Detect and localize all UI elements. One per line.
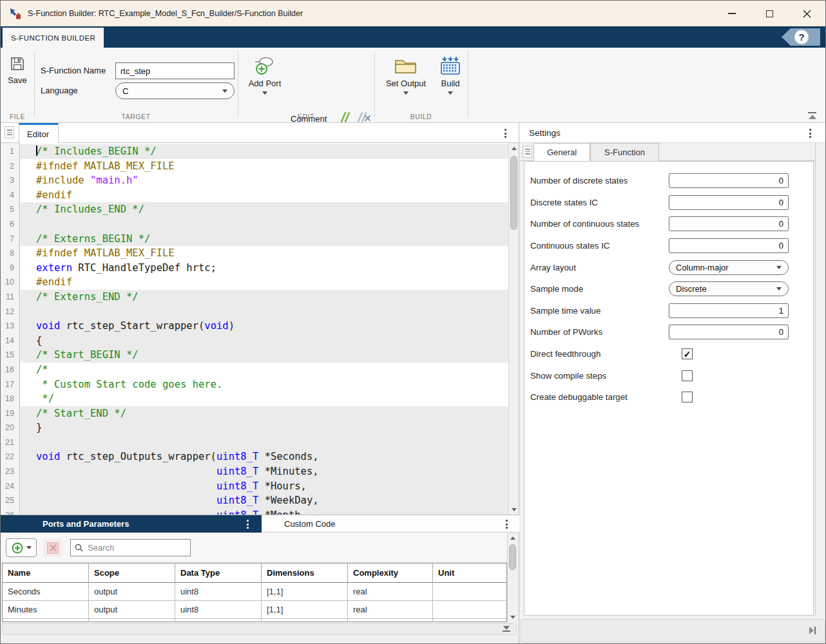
collapse-panel-button[interactable] xyxy=(503,626,510,632)
table-cell[interactable] xyxy=(433,583,507,601)
code-line-10[interactable]: #endif xyxy=(21,275,508,290)
close-button[interactable] xyxy=(788,1,825,26)
code-line-21[interactable] xyxy=(21,435,508,450)
table-cell[interactable]: real xyxy=(348,583,433,601)
table-cell[interactable]: real xyxy=(348,619,433,622)
code-line-26[interactable]: uint8_T *Month, xyxy=(21,508,508,515)
number-of-pworks-input[interactable] xyxy=(669,325,789,339)
code-line-13[interactable]: void rtc_step_Start_wrapper(void) xyxy=(21,319,508,334)
delete-row-button[interactable] xyxy=(43,538,62,557)
table-cell[interactable] xyxy=(433,619,507,622)
show-compile-steps-checkbox[interactable] xyxy=(682,370,693,381)
scroll-down-button[interactable] xyxy=(508,612,518,622)
save-button[interactable]: Save xyxy=(3,55,32,85)
column-header-name[interactable]: Name xyxy=(3,564,89,583)
scroll-down-button[interactable] xyxy=(509,504,519,515)
editor-scrollbar-thumb[interactable] xyxy=(510,156,517,230)
tab-custom-code[interactable]: Custom Code xyxy=(262,515,519,533)
tab-editor[interactable]: Editor xyxy=(19,123,59,143)
tab-sfunction-builder[interactable]: S-FUNCTION BUILDER xyxy=(3,28,104,48)
code-line-8[interactable]: #ifndef MATLAB_MEX_FILE xyxy=(21,246,508,261)
code-line-12[interactable] xyxy=(21,305,508,319)
code-line-17[interactable]: * Custom Start code goes here. xyxy=(21,377,508,392)
table-cell[interactable]: [1,1] xyxy=(262,619,348,622)
table-cell[interactable]: output xyxy=(89,619,175,622)
code-line-19[interactable]: /* Start_END */ xyxy=(21,406,508,421)
ports-menu-kebab-icon[interactable] xyxy=(244,520,251,529)
code-line-1[interactable]: /* Includes_BEGIN */ xyxy=(21,144,508,159)
scroll-up-button[interactable] xyxy=(509,143,519,153)
sample-mode-dropdown[interactable]: Discrete xyxy=(669,281,789,296)
code-line-15[interactable]: /* Start_BEGIN */ xyxy=(21,348,508,363)
direct-feedthrough-checkbox[interactable]: ✓ xyxy=(682,348,693,359)
discrete-states-ic-input[interactable] xyxy=(669,195,789,210)
table-row-minutes[interactable]: Minutesoutputuint8[1,1]real xyxy=(3,601,506,619)
search-input[interactable] xyxy=(86,542,186,553)
code-line-23[interactable]: uint8_T *Minutes, xyxy=(21,464,508,479)
expand-panel-button[interactable] xyxy=(809,627,816,634)
column-header-complexity[interactable]: Complexity xyxy=(348,564,433,583)
collapse-toolstrip-button[interactable] xyxy=(808,112,816,119)
editor-code[interactable]: /* Includes_BEGIN */#ifndef MATLAB_MEX_F… xyxy=(21,143,508,515)
help-button[interactable]: ? xyxy=(782,28,820,46)
code-line-7[interactable]: /* Externs_BEGIN */ xyxy=(21,232,508,247)
table-cell[interactable]: output xyxy=(89,583,175,601)
table-row-seconds[interactable]: Secondsoutputuint8[1,1]real xyxy=(3,583,506,601)
editor-vertical-scrollbar[interactable] xyxy=(508,143,519,515)
minimize-button[interactable] xyxy=(713,1,751,26)
code-line-3[interactable]: #include "main.h" xyxy=(21,173,508,188)
column-header-unit[interactable]: Unit xyxy=(433,564,507,583)
code-line-14[interactable]: { xyxy=(21,334,508,348)
tab-ports-and-parameters[interactable]: Ports and Parameters xyxy=(1,515,262,533)
code-line-24[interactable]: uint8_T *Hours, xyxy=(21,479,508,494)
code-line-18[interactable]: */ xyxy=(21,392,508,406)
code-line-6[interactable] xyxy=(21,217,508,232)
code-line-16[interactable]: /* xyxy=(21,363,508,377)
table-cell[interactable]: real xyxy=(348,601,433,619)
table-cell[interactable]: uint8 xyxy=(175,583,262,601)
table-cell[interactable]: output xyxy=(89,601,175,619)
settings-menu-kebab-icon[interactable] xyxy=(806,129,814,138)
table-cell[interactable]: uint8 xyxy=(175,619,262,622)
maximize-button[interactable] xyxy=(751,1,788,26)
tab-general[interactable]: General xyxy=(533,143,590,161)
panel-grip-icon[interactable] xyxy=(523,146,532,158)
tab-s-function[interactable]: S-Function xyxy=(590,143,659,161)
column-header-scope[interactable]: Scope xyxy=(89,564,175,583)
code-line-20[interactable]: } xyxy=(21,421,508,435)
code-line-4[interactable]: #endif xyxy=(21,188,508,203)
array-layout-dropdown[interactable]: Column-major xyxy=(669,260,789,275)
scroll-up-button[interactable] xyxy=(508,533,518,543)
table-cell[interactable]: uint8 xyxy=(175,601,262,619)
code-line-2[interactable]: #ifndef MATLAB_MEX_FILE xyxy=(21,159,508,174)
add-port-row-button[interactable] xyxy=(6,538,37,557)
sfunction-name-input[interactable] xyxy=(115,62,235,79)
code-line-11[interactable]: /* Externs_END */ xyxy=(21,290,508,305)
table-cell[interactable]: [1,1] xyxy=(262,583,348,601)
set-output-button[interactable]: Set Output xyxy=(382,56,430,95)
table-cell[interactable]: Hours xyxy=(3,619,89,622)
code-line-9[interactable]: extern RTC_HandleTypeDef hrtc; xyxy=(21,261,508,276)
language-dropdown[interactable]: C xyxy=(115,82,235,99)
column-header-dimensions[interactable]: Dimensions xyxy=(262,564,348,583)
sample-time-value-input[interactable] xyxy=(669,303,789,318)
add-port-button[interactable]: Add Port xyxy=(244,56,285,95)
table-cell[interactable]: Minutes xyxy=(3,601,89,619)
number-of-continuous-states-input[interactable] xyxy=(669,216,789,231)
table-cell[interactable]: Seconds xyxy=(3,583,89,601)
table-cell[interactable] xyxy=(433,601,507,619)
ports-scrollbar-thumb[interactable] xyxy=(509,544,516,570)
code-line-22[interactable]: void rtc_step_Outputs_wrapper(uint8_T *S… xyxy=(21,450,508,464)
column-header-data-type[interactable]: Data Type xyxy=(175,564,262,583)
continuous-states-ic-input[interactable] xyxy=(669,238,789,253)
code-line-25[interactable]: uint8_T *WeekDay, xyxy=(21,493,508,508)
panel-grip-icon[interactable] xyxy=(5,126,14,138)
code-line-5[interactable]: /* Includes_END */ xyxy=(21,202,508,217)
custom-code-menu-kebab-icon[interactable] xyxy=(503,520,510,529)
create-debuggable-target-checkbox[interactable] xyxy=(682,392,693,402)
ports-vertical-scrollbar[interactable] xyxy=(507,533,518,622)
table-row-hours[interactable]: Hoursoutputuint8[1,1]real xyxy=(3,619,506,622)
collapsed-right-strip[interactable] xyxy=(815,143,826,616)
build-button[interactable]: Build xyxy=(434,56,467,95)
table-cell[interactable]: [1,1] xyxy=(262,601,348,619)
